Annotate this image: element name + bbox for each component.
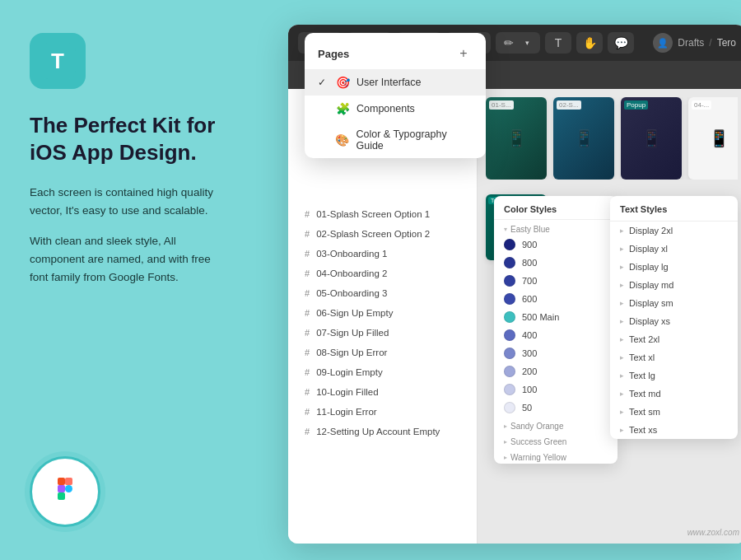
color-swatch [504,348,515,359]
page-emoji-3: 🎨 [335,133,349,147]
text-styles-panel: Text Styles ▸Display 2xl▸Display xl▸Disp… [610,196,738,439]
text-style-item[interactable]: ▸Display lg [610,258,738,276]
ts-name: Text xs [629,425,657,435]
color-item[interactable]: 200 [494,362,618,380]
logo-box: T [30,33,86,89]
color-item[interactable]: 100 [494,380,618,399]
layer-item[interactable]: #06-Sign Up Empty [288,303,477,323]
editor-body: Pages + ✓ 🎯 User Interface 🧩 Components … [288,89,741,544]
page-item-user-interface[interactable]: ✓ 🎯 User Interface [305,69,486,96]
user-button[interactable]: 👤 Drafts / Tero [653,33,736,53]
text-style-item[interactable]: ▸Display xs [610,312,738,330]
page-label-3: Color & Typography Guide [356,128,473,152]
thumb-04: 04-... 📱 [688,97,738,180]
layer-name: 08-Sign Up Error [316,348,387,357]
tool-comment[interactable]: 💬 [608,32,634,54]
hash-icon: # [305,367,310,377]
color-group-sandy[interactable]: ▸ Sandy Orange [494,417,618,432]
pages-title: Pages [318,48,349,60]
text-style-item[interactable]: ▸Text md [610,385,738,403]
text-style-item[interactable]: ▸Text lg [610,366,738,385]
ts-name: Text 2xl [629,334,659,344]
ts-arrow: ▸ [620,263,624,271]
color-item[interactable]: 800 [494,254,618,272]
figma-circle [30,456,100,527]
page-emoji-2: 🧩 [336,102,350,115]
canvas-area: 01-S... 📱 02-S... 📱 Popup 📱 [478,89,741,544]
layer-item[interactable]: #07-Sign Up Filled [288,323,477,343]
color-item[interactable]: 50 [494,399,618,417]
layer-item[interactable]: #09-Login Empty [288,362,477,382]
svg-text:T: T [51,49,64,73]
color-items: 900800700600500 Main40030020010050 [494,236,618,417]
color-group-success[interactable]: ▸ Success Green [494,432,618,448]
layer-item[interactable]: #01-Splash Screen Option 1 [288,204,477,224]
ts-arrow: ▸ [620,335,624,343]
layer-item[interactable]: #05-Onboarding 3 [288,283,477,303]
pen-icon: ✏ [501,35,517,51]
color-group-warning[interactable]: ▸ Warning Yellow [494,448,618,464]
ts-name: Display xs [629,316,670,326]
layer-name: 06-Sign Up Empty [316,308,393,318]
layer-item[interactable]: #12-Setting Up Account Empty [288,422,477,441]
description-1: Each screen is contained high quality ve… [30,184,217,221]
layer-item[interactable]: #03-Onboarding 1 [288,244,477,264]
layer-name: 11-Login Error [316,407,377,417]
color-swatch [504,275,515,287]
layer-item[interactable]: #02-Splash Screen Option 2 [288,224,477,244]
hash-icon: # [305,288,310,298]
text-style-item[interactable]: ▸Display 2xl [610,222,738,240]
text-style-item[interactable]: ▸Text xl [610,348,738,366]
layer-item[interactable]: #10-Login Filled [288,382,477,402]
color-label: 900 [522,240,537,250]
layer-name: 01-Splash Screen Option 1 [316,209,430,219]
figma-editor: ⬡ ▾ ↖ ▾ ⊞ ▾ □ ▾ ✏ ▾ T ✋ 💬 👤 [288,25,741,544]
layer-item[interactable]: #04-Onboarding 2 [288,264,477,283]
text-style-item[interactable]: ▸Display xl [610,240,738,258]
hash-icon: # [305,249,310,259]
ts-name: Text lg [629,371,655,380]
color-label: 400 [522,330,537,340]
tagline: The Perfect Kit for iOS App Design. [30,112,217,166]
color-label: 700 [522,276,537,286]
color-item[interactable]: 600 [494,290,618,308]
check-icon: ✓ [318,77,329,88]
text-style-item[interactable]: ▸Text xs [610,421,738,439]
color-label: 500 Main [522,312,559,322]
layer-item[interactable]: #08-Sign Up Error [288,343,477,362]
tool-hand[interactable]: ✋ [576,32,603,54]
thumbnail-strip: 01-S... 📱 02-S... 📱 Popup 📱 [486,97,738,180]
text-style-item[interactable]: ▸Text sm [610,403,738,421]
color-item[interactable]: 300 [494,344,618,362]
color-swatch [504,329,515,341]
text-style-item[interactable]: ▸Text 2xl [610,330,738,348]
color-item[interactable]: 900 [494,236,618,254]
text-style-items: ▸Display 2xl▸Display xl▸Display lg▸Displ… [610,222,738,439]
hand-icon: ✋ [581,35,598,51]
text-style-item[interactable]: ▸Display sm [610,294,738,312]
color-item[interactable]: 400 [494,326,618,344]
thumb-inner-04: 📱 [688,97,738,180]
layer-name: 10-Login Filled [316,387,378,397]
ts-arrow: ▸ [620,426,624,434]
ts-arrow: ▸ [620,408,624,416]
text-style-item[interactable]: ▸Display md [610,276,738,294]
page-label-1: User Interface [357,77,422,88]
color-styles-panel: Color Styles ▾ Easty Blue 90080070060050… [494,196,618,464]
tool-text[interactable]: T [545,32,571,54]
pages-add-button[interactable]: + [454,44,473,63]
thumb-inner-01: 📱 [486,97,547,180]
page-item-components[interactable]: 🧩 Components [305,96,486,122]
color-item[interactable]: 500 Main [494,308,618,326]
page-emoji-1: 🎯 [336,76,350,89]
tool-pen[interactable]: ✏ ▾ [496,32,540,54]
layer-list: #01-Splash Screen Option 1#02-Splash Scr… [288,204,477,441]
layer-name: 03-Onboarding 1 [316,249,387,259]
drafts-label: Drafts [678,37,704,49]
thumb-03: Popup 📱 [621,97,682,180]
color-swatch [504,239,515,250]
layer-item[interactable]: #11-Login Error [288,402,477,422]
color-item[interactable]: 700 [494,272,618,290]
page-item-color-guide[interactable]: 🎨 Color & Typography Guide [305,122,486,158]
color-label: 800 [522,258,537,268]
